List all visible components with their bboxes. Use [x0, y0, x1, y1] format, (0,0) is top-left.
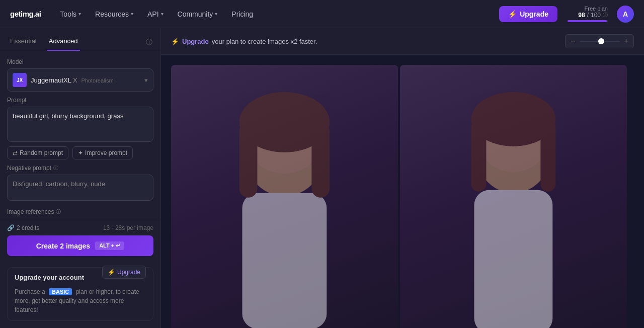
credits-current: 98 — [578, 12, 585, 19]
basic-badge: BASIC — [49, 288, 72, 295]
nav-pricing[interactable]: Pricing — [226, 7, 258, 21]
generated-image-2[interactable] — [400, 65, 627, 328]
upgrade-banner: ⚡ Upgrade your plan to create images x2 … — [161, 28, 644, 55]
generated-image-1-inner — [171, 65, 398, 328]
generated-image-2-inner — [400, 65, 627, 328]
nav-resources-label: Resources — [95, 10, 129, 18]
generated-image-1[interactable] — [171, 65, 398, 328]
prompt-label: Prompt — [7, 97, 153, 104]
info-icon: ⓘ — [603, 12, 608, 19]
svg-rect-4 — [239, 122, 257, 198]
tab-info-icon[interactable]: ⓘ — [146, 38, 152, 47]
tab-essential[interactable]: Essential — [8, 33, 39, 51]
chevron-down-icon: ▾ — [78, 11, 81, 17]
zoom-in-button[interactable]: + — [624, 37, 628, 46]
model-thumbnail: JX — [13, 73, 27, 87]
model-selector[interactable]: JX JuggernautXL X Photorealism ▾ — [7, 68, 153, 92]
upgrade-btn-label: Upgrade — [520, 10, 548, 18]
bolt-icon: ⚡ — [108, 269, 115, 276]
plan-credits: 98 / 100 ⓘ — [578, 12, 608, 19]
nav-resources[interactable]: Resources ▾ — [90, 7, 138, 21]
nav-community-label: Community — [178, 10, 213, 18]
create-images-button[interactable]: Create 2 images ALT + ↵ — [7, 235, 153, 256]
model-name: JuggernautXL X Photorealism — [31, 76, 114, 84]
negative-prompt-info-icon: ⓘ — [53, 165, 58, 172]
sidebar: Essential Advanced ⓘ Model JX Juggernaut… — [0, 28, 161, 328]
tab-bar: Essential Advanced ⓘ — [0, 28, 160, 51]
chevron-down-icon: ▾ — [215, 11, 217, 17]
images-area — [161, 55, 644, 328]
main-content: ⚡ Upgrade your plan to create images x2 … — [161, 28, 644, 328]
credits-row: 🔗 2 credits 13 - 28s per image — [7, 224, 153, 231]
chevron-down-icon: ▾ — [144, 76, 148, 84]
bolt-icon: ⚡ — [508, 10, 517, 18]
credit-progress-fill — [568, 20, 607, 22]
upgrade-button[interactable]: ⚡ Upgrade — [499, 6, 557, 22]
navbar: getimg.ai Tools ▾ Resources ▾ API ▾ Comm… — [0, 0, 644, 28]
model-x: X — [73, 76, 79, 84]
zoom-out-button[interactable]: − — [571, 37, 575, 46]
upgrade-banner-text: your plan to create images x2 faster. — [212, 38, 317, 45]
chevron-down-icon: ▾ — [131, 11, 133, 17]
image-references-info-icon: ⓘ — [56, 208, 61, 215]
zoom-slider[interactable] — [580, 41, 620, 42]
nav-api-label: API — [147, 10, 159, 18]
image-references-header: Image references ⓘ — [7, 208, 153, 215]
bolt-icon: ⚡ — [171, 38, 179, 45]
upgrade-box-title: Upgrade your account — [15, 274, 84, 281]
upgrade-banner-link[interactable]: Upgrade — [182, 38, 209, 45]
svg-rect-1 — [242, 193, 327, 328]
nav-tools-label: Tools — [60, 10, 76, 18]
improve-prompt-button[interactable]: ✦ Improve prompt — [72, 146, 133, 159]
chevron-down-icon: ▾ — [161, 11, 164, 17]
credits-label: 🔗 2 credits — [7, 224, 39, 231]
image-references-label: Image references — [7, 208, 54, 215]
model-label: Model — [7, 58, 153, 65]
credits-icon: 🔗 — [7, 224, 15, 231]
upgrade-box-button[interactable]: ⚡ Upgrade — [102, 266, 146, 279]
shuffle-icon: ⇄ — [13, 149, 18, 156]
upgrade-box-text: Purchase a BASIC plan or higher, to crea… — [15, 287, 146, 314]
time-label: 13 - 28s per image — [103, 224, 153, 231]
plan-label: Free plan — [585, 6, 608, 12]
credit-progress-bar — [568, 20, 608, 22]
svg-rect-7 — [474, 190, 552, 328]
main-layout: Essential Advanced ⓘ Model JX Juggernaut… — [0, 28, 644, 328]
random-prompt-button[interactable]: ⇄ Random prompt — [7, 146, 68, 159]
tab-advanced[interactable]: Advanced — [47, 33, 80, 51]
generated-image-1-placeholder — [171, 65, 398, 328]
nav-api[interactable]: API ▾ — [142, 7, 169, 21]
generated-image-2-placeholder — [400, 65, 627, 328]
svg-rect-11 — [540, 119, 555, 192]
sparkle-icon: ✦ — [78, 149, 83, 156]
nav-tools[interactable]: Tools ▾ — [55, 7, 86, 21]
nav-pricing-label: Pricing — [231, 10, 253, 18]
negative-prompt-input[interactable]: Disfigured, cartoon, blurry, nude — [7, 175, 153, 201]
sidebar-bottom: 🔗 2 credits 13 - 28s per image Create 2 … — [0, 219, 160, 263]
credits-total: 100 — [591, 12, 601, 19]
create-shortcut: ALT + ↵ — [95, 241, 124, 250]
model-type: Photorealism — [81, 77, 113, 84]
svg-rect-10 — [471, 119, 486, 192]
create-btn-label: Create 2 images — [36, 242, 90, 250]
nav-community[interactable]: Community ▾ — [173, 7, 223, 21]
avatar[interactable]: A — [617, 6, 634, 23]
plan-info: Free plan 98 / 100 ⓘ — [568, 6, 608, 22]
negative-prompt-label: Negative prompt — [7, 165, 51, 172]
prompt-actions: ⇄ Random prompt ✦ Improve prompt — [7, 146, 153, 159]
upgrade-box: Upgrade your account ⚡ Upgrade Purchase … — [7, 267, 153, 321]
sidebar-scroll-content: Model JX JuggernautXL X Photorealism ▾ P… — [0, 51, 160, 219]
logo[interactable]: getimg.ai — [10, 10, 41, 18]
prompt-input[interactable]: beautiful girl, blurry background, grass — [7, 107, 153, 142]
credits-separator: / — [587, 12, 589, 19]
svg-rect-5 — [311, 122, 330, 198]
